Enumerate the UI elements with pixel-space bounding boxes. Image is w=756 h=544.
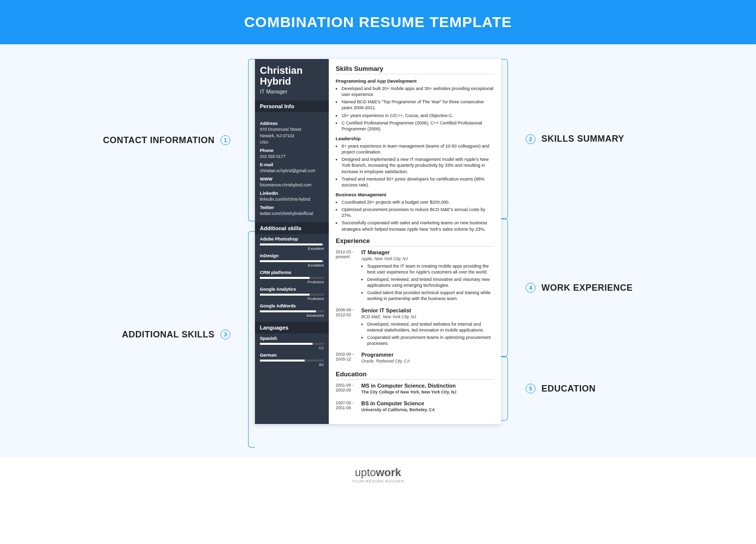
- education-heading: Education: [336, 370, 494, 380]
- info-value: linkedin.com/in/chris-hybrid: [260, 197, 324, 202]
- callouts-left: CONTACT INFORMATION1ADDITIONAL SKILLS3: [102, 59, 240, 448]
- skill-level: B2: [260, 363, 324, 367]
- candidate-title: IT Manager: [260, 89, 324, 94]
- bullet-item: Developed, reviewed, and tested websites…: [367, 321, 494, 333]
- bullet-item: Designed and implemented a new IT manage…: [342, 156, 494, 174]
- skill-name: Google Analytics: [260, 287, 324, 292]
- summary-subheading: Leadership: [336, 136, 494, 141]
- experience-title: IT Manager: [361, 249, 494, 255]
- resume-sidebar: ChristianHybrid IT Manager Personal Info…: [255, 59, 329, 424]
- callout-item: 4WORK EXPERIENCE: [526, 219, 654, 357]
- callout-item: 2SKILLS SUMMARY: [526, 59, 654, 219]
- bullet-item: C Certified Professional Programmer (200…: [342, 120, 494, 132]
- main-area: CONTACT INFORMATION1ADDITIONAL SKILLS3 C…: [0, 44, 756, 457]
- callout-item: ADDITIONAL SKILLS3: [102, 221, 230, 448]
- info-value: futureisnow.chrishybrid.com: [260, 182, 324, 188]
- experience-bullets: Developed, reviewed, and tested websites…: [361, 321, 494, 347]
- callout-number: 2: [526, 134, 536, 144]
- skill-level: Excellent: [260, 263, 324, 268]
- summary-bullets: Coordinated 20+ projects with a budget o…: [336, 199, 494, 232]
- bullet-item: Successfully cooperated with sales and m…: [342, 220, 494, 232]
- skill-bar: [260, 360, 324, 362]
- experience-bullets: Suppervised the IT team in creating mobi…: [361, 263, 494, 302]
- bullet-item: Guided talent that provides technical su…: [367, 290, 494, 302]
- callout-label: SKILLS SUMMARY: [541, 134, 624, 144]
- candidate-name: ChristianHybrid: [260, 65, 324, 87]
- experience-company: Apple, New York City, NJ: [361, 256, 494, 261]
- brackets-left: [240, 59, 255, 448]
- info-label: Twitter: [260, 205, 324, 210]
- skill-name: Google AdWords: [260, 303, 324, 308]
- footer-tagline: YOUR RESUME BUILDER: [0, 479, 756, 484]
- skill-level: Excellent: [260, 246, 324, 251]
- skill-bar: [260, 243, 324, 245]
- experience-company: Oracle, Redwood City, CA: [361, 359, 494, 363]
- skills-summary-heading: Skills Summary: [336, 65, 494, 74]
- experience-title: Senior IT Specialist: [361, 307, 494, 313]
- skill-item: InDesign Excellent: [255, 251, 329, 268]
- experience-heading: Experience: [336, 237, 494, 246]
- skill-item: CRM platforms Proficient: [255, 268, 329, 284]
- bullet-item: Optimized procurement processes to reduc…: [342, 207, 494, 218]
- experience-item: 2006-08 - 2012-02 Senior IT Specialist B…: [336, 307, 494, 348]
- info-value: Newark, NJ 07102: [260, 133, 324, 139]
- brackets-right: [501, 59, 516, 421]
- skill-name: InDesign: [260, 253, 324, 258]
- skill-item: Google Analytics Proficient: [255, 284, 329, 301]
- info-value: twitter.com/chrishybridofficial: [260, 211, 324, 216]
- skill-name: German: [260, 353, 324, 358]
- info-value: christian.w.hybrid@gmail.com: [260, 168, 324, 174]
- bullet-item: Coordinated 20+ projects with a budget o…: [342, 199, 494, 205]
- bullet-item: Cooperated with procurement teams in opt…: [367, 334, 494, 346]
- skill-level: Proficient: [260, 280, 324, 284]
- education-school: University of California, Berkeley, CA: [361, 407, 494, 412]
- resume-document: ChristianHybrid IT Manager Personal Info…: [255, 59, 501, 424]
- skill-name: Spanish: [260, 336, 324, 341]
- experience-title: Programmer: [361, 352, 494, 358]
- education-dates: 1997-09 - 2001-06: [336, 400, 356, 414]
- callout-item: CONTACT INFORMATION1: [102, 59, 230, 221]
- bullet-item: Developed and built 20+ mobile apps and …: [342, 86, 494, 97]
- info-value: 202 555 0177: [260, 154, 324, 159]
- resume-content: Skills Summary Programming and App Devel…: [329, 59, 501, 424]
- education-school: The City College of New York, New York C…: [361, 390, 494, 394]
- callout-label: EDUCATION: [541, 384, 596, 394]
- footer: uptowork YOUR RESUME BUILDER: [0, 457, 756, 492]
- skill-name: CRM platforms: [260, 270, 324, 275]
- skill-bar: [260, 310, 324, 312]
- experience-item: 2012-03 - present IT Manager Apple, New …: [336, 249, 494, 303]
- personal-info-header: Personal Info: [255, 100, 329, 112]
- skill-bar: [260, 260, 324, 262]
- bullet-item: 8+ years experience in team management (…: [342, 143, 494, 155]
- info-label: E-mail: [260, 162, 324, 167]
- callout-number: 1: [220, 135, 230, 145]
- education-degree: MS in Computer Science, Distinction: [361, 383, 494, 389]
- callout-number: 3: [220, 330, 230, 339]
- callout-label: CONTACT INFORMATION: [103, 135, 215, 146]
- bullet-item: Named BCD M&E's "Top Programmer of The Y…: [342, 99, 494, 111]
- experience-dates: 2012-03 - present: [336, 249, 356, 303]
- skill-level: C1: [260, 346, 324, 350]
- skill-item: German B2: [255, 350, 329, 367]
- info-label: WWW: [260, 177, 324, 181]
- experience-dates: 2002-09 - 2005-12: [336, 352, 356, 365]
- summary-subheading: Programming and App Development: [336, 78, 494, 84]
- bullet-item: 15+ years experience in C/C++, Cocoa, an…: [342, 113, 494, 119]
- summary-bullets: 8+ years experience in team management (…: [336, 143, 494, 188]
- skill-bar: [260, 343, 324, 345]
- footer-logo: uptowork: [0, 466, 756, 479]
- bullet-item: Developed, reviewed, and tested innovati…: [367, 276, 494, 288]
- callout-item: 5EDUCATION: [526, 357, 654, 421]
- bullet-item: Trained and mentored 50+ junior develope…: [342, 176, 494, 188]
- skill-item: Google AdWords Advanced: [255, 301, 329, 318]
- skill-name: Adobe Photoshop: [260, 237, 324, 242]
- callout-label: ADDITIONAL SKILLS: [122, 330, 215, 340]
- skill-level: Proficient: [260, 297, 324, 301]
- additional-skills-header: Additional skills: [255, 222, 329, 234]
- skill-bar: [260, 277, 324, 279]
- experience-company: BCD M&E, New York City, NJ: [361, 314, 494, 319]
- page-banner: COMBINATION RESUME TEMPLATE: [0, 0, 756, 44]
- info-value: USA: [260, 140, 324, 145]
- info-value: 970 Drummond Street: [260, 127, 324, 132]
- summary-subheading: Business Management: [336, 192, 494, 197]
